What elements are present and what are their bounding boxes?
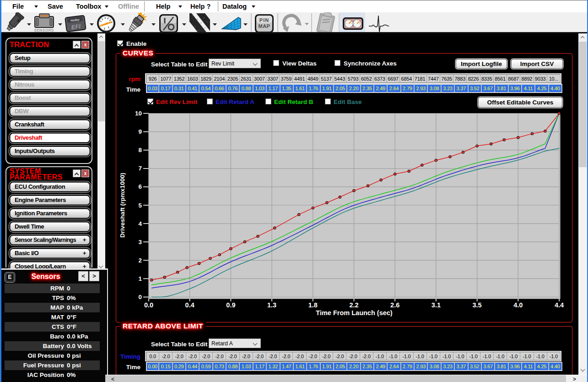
svg-text:4.0: 4.0 — [513, 301, 523, 309]
svg-text:0: 0 — [138, 294, 142, 300]
svg-text:0.4: 0.4 — [185, 301, 194, 309]
svg-text:0.9: 0.9 — [226, 301, 235, 309]
svg-text:Driveshaft (rpmx1000): Driveshaft (rpmx1000) — [119, 173, 126, 238]
svg-text:2.2: 2.2 — [349, 301, 358, 309]
svg-text:Time From Launch (sec): Time From Launch (sec) — [316, 309, 392, 317]
svg-text:4: 4 — [138, 220, 142, 227]
svg-text:1.8: 1.8 — [308, 301, 318, 309]
svg-text:1: 1 — [138, 275, 142, 282]
svg-text:5: 5 — [138, 202, 142, 209]
svg-text:6: 6 — [138, 183, 142, 190]
svg-text:4.4: 4.4 — [555, 301, 564, 309]
svg-text:10: 10 — [135, 110, 142, 117]
svg-text:2: 2 — [138, 257, 142, 264]
svg-text:8: 8 — [138, 147, 142, 153]
svg-text:3.1: 3.1 — [432, 301, 441, 309]
svg-text:9: 9 — [138, 128, 142, 135]
svg-text:3: 3 — [138, 239, 142, 246]
svg-text:7: 7 — [138, 165, 142, 172]
svg-text:1.3: 1.3 — [267, 301, 276, 309]
svg-text:3.5: 3.5 — [473, 301, 482, 309]
svg-text:2.6: 2.6 — [390, 301, 399, 309]
svg-text:0.0: 0.0 — [144, 301, 153, 309]
